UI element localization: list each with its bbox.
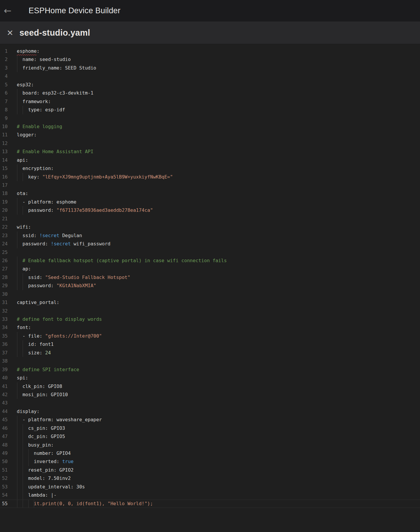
code-text: # Enable logging bbox=[17, 123, 62, 131]
line-number: 19 bbox=[0, 198, 8, 206]
code-line: 48 busy_pin: bbox=[0, 441, 420, 449]
code-text: api: bbox=[17, 156, 28, 164]
code-text: - platform: waveshare_epaper bbox=[17, 416, 102, 424]
line-number: 40 bbox=[0, 374, 8, 382]
code-line: 16 key: "lEfqy+XJ9mng9uptjnmb+Aya5lB9W+y… bbox=[0, 173, 420, 181]
code-text: dc_pin: GPIO5 bbox=[17, 432, 65, 441]
line-number: 48 bbox=[0, 441, 8, 449]
line-number: 11 bbox=[0, 131, 8, 139]
code-line: 20 password: "f671137e58936aed3aeddb278e… bbox=[0, 206, 420, 214]
page-title: ESPHome Device Builder bbox=[29, 6, 120, 15]
code-line: 37 size: 24 bbox=[0, 349, 420, 357]
code-line: 43 bbox=[0, 399, 420, 407]
code-text: friendly_name: SEED Studio bbox=[17, 64, 96, 72]
code-line: 45 - platform: waveshare_epaper bbox=[0, 416, 420, 424]
code-text: mosi_pin: GPIO10 bbox=[17, 391, 68, 399]
line-number: 9 bbox=[0, 114, 8, 123]
line-number: 35 bbox=[0, 332, 8, 340]
line-number: 24 bbox=[0, 240, 8, 248]
back-arrow-icon: ← bbox=[4, 6, 11, 15]
line-number: 26 bbox=[0, 257, 8, 265]
line-number: 1 bbox=[0, 47, 8, 55]
code-text: wifi: bbox=[17, 223, 31, 231]
line-number: 46 bbox=[0, 424, 8, 432]
code-line: 7 framework: bbox=[0, 98, 420, 106]
line-number: 43 bbox=[0, 399, 8, 407]
code-editor[interactable]: 1esphome:2 name: seed-studio3 friendly_n… bbox=[0, 44, 420, 532]
code-text: cs_pin: GPIO3 bbox=[17, 424, 65, 432]
code-text: model: 7.50inv2 bbox=[17, 474, 71, 483]
code-line: 31captive_portal: bbox=[0, 298, 420, 307]
code-text: busy_pin: bbox=[17, 441, 54, 449]
code-text: ssid: "Seed-Studio Fallback Hotspot" bbox=[17, 273, 130, 282]
line-number: 34 bbox=[0, 323, 8, 332]
line-number: 6 bbox=[0, 89, 8, 97]
line-number: 33 bbox=[0, 315, 8, 323]
code-line: 11logger: bbox=[0, 131, 420, 139]
code-line: 18ota: bbox=[0, 189, 420, 198]
code-line: 51 reset_pin: GPIO2 bbox=[0, 466, 420, 474]
code-line: 30 bbox=[0, 290, 420, 298]
code-text: size: 24 bbox=[17, 349, 51, 357]
close-icon: ✕ bbox=[7, 29, 14, 37]
code-line: 9 bbox=[0, 114, 420, 123]
back-button[interactable]: ← bbox=[4, 4, 14, 17]
code-line: 14api: bbox=[0, 156, 420, 164]
line-number: 8 bbox=[0, 106, 8, 114]
close-button[interactable]: ✕ bbox=[6, 28, 14, 37]
code-line: 13# Enable Home Assistant API bbox=[0, 148, 420, 156]
code-line: 28 ssid: "Seed-Studio Fallback Hotspot" bbox=[0, 273, 420, 282]
code-line: 50 inverted: true bbox=[0, 457, 420, 466]
line-number: 49 bbox=[0, 449, 8, 457]
line-number: 23 bbox=[0, 232, 8, 240]
code-text: font: bbox=[17, 323, 31, 332]
line-number: 18 bbox=[0, 189, 8, 198]
code-line: 55 it.print(0, 0, id(font1), "Hello Worl… bbox=[0, 500, 420, 508]
code-line: 53 update_interval: 30s bbox=[0, 483, 420, 491]
code-text: esphome: bbox=[17, 47, 39, 55]
code-text: key: "lEfqy+XJ9mng9uptjnmb+Aya5lB9W+yuxk… bbox=[17, 173, 173, 181]
code-line: 19 - platform: esphome bbox=[0, 198, 420, 206]
code-line: 25 bbox=[0, 248, 420, 257]
code-line: 17 bbox=[0, 181, 420, 189]
code-line: 39# define SPI interface bbox=[0, 366, 420, 374]
code-line: 2 name: seed-studio bbox=[0, 55, 420, 64]
code-text: # Enable Home Assistant API bbox=[17, 148, 93, 156]
code-line: 40spi: bbox=[0, 374, 420, 382]
code-line: 54 lambda: |- bbox=[0, 491, 420, 499]
code-line: 41 clk_pin: GPIO8 bbox=[0, 382, 420, 391]
code-line: 32 bbox=[0, 307, 420, 315]
code-line: 46 cs_pin: GPIO3 bbox=[0, 424, 420, 432]
line-number: 32 bbox=[0, 307, 8, 315]
line-number: 29 bbox=[0, 282, 8, 290]
line-number: 31 bbox=[0, 298, 8, 307]
line-number: 16 bbox=[0, 173, 8, 181]
code-text: type: esp-idf bbox=[17, 106, 65, 114]
code-text: board: esp32-c3-devkitm-1 bbox=[17, 89, 93, 97]
code-text: # Enable fallback hotspot (captive porta… bbox=[17, 257, 227, 265]
code-text: encryption: bbox=[17, 164, 54, 173]
code-text: # define font to display words bbox=[17, 315, 102, 323]
code-line: 21 bbox=[0, 215, 420, 223]
code-line: 8 type: esp-idf bbox=[0, 106, 420, 114]
code-text: logger: bbox=[17, 131, 37, 139]
code-line: 34font: bbox=[0, 323, 420, 332]
code-text: id: font1 bbox=[17, 340, 54, 348]
code-text: display: bbox=[17, 407, 39, 416]
code-lines: 1esphome:2 name: seed-studio3 friendly_n… bbox=[0, 47, 420, 508]
code-line: 4 bbox=[0, 72, 420, 80]
line-number: 51 bbox=[0, 466, 8, 474]
code-line: 15 encryption: bbox=[0, 164, 420, 173]
line-number: 39 bbox=[0, 366, 8, 374]
line-number: 28 bbox=[0, 273, 8, 282]
line-number: 53 bbox=[0, 483, 8, 491]
line-number: 7 bbox=[0, 98, 8, 106]
line-number: 3 bbox=[0, 64, 8, 72]
code-text: ota: bbox=[17, 189, 28, 198]
line-number: 37 bbox=[0, 349, 8, 357]
code-text: password: "f671137e58936aed3aeddb278ea17… bbox=[17, 206, 153, 214]
code-text: update_interval: 30s bbox=[17, 483, 85, 491]
code-text: number: GPIO4 bbox=[17, 449, 71, 457]
code-text: - file: "gfonts://Inter@700" bbox=[17, 332, 102, 340]
code-text: captive_portal: bbox=[17, 298, 59, 307]
